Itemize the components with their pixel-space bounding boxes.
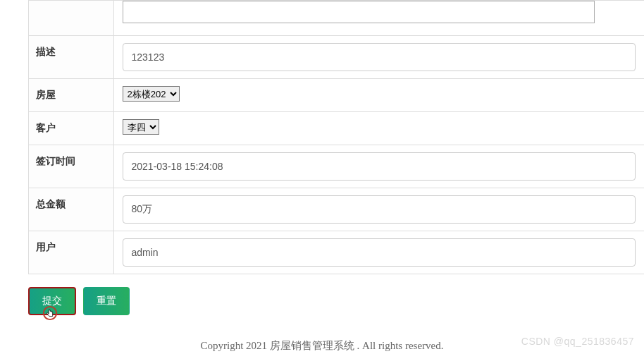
label-total-amount: 总金额 [29, 188, 113, 231]
description-input[interactable] [123, 43, 636, 71]
label-user: 用户 [29, 231, 113, 274]
label-sign-time: 签订时间 [29, 145, 113, 188]
label-customer: 客户 [29, 112, 113, 145]
label-top-empty [29, 1, 113, 36]
submit-button[interactable]: 提交 [28, 287, 76, 315]
user-input[interactable] [123, 238, 636, 267]
sign-time-input[interactable] [123, 152, 636, 181]
customer-select[interactable]: 李四 [123, 119, 159, 135]
top-textarea[interactable] [123, 1, 595, 23]
button-row: 提交 重置 [14, 274, 644, 328]
label-house: 房屋 [29, 79, 113, 112]
form-table: 描述 房屋 2栋楼202 客户 李四 [29, 0, 644, 274]
reset-button[interactable]: 重置 [83, 287, 130, 315]
watermark-text: CSDN @qq_251836457 [521, 336, 634, 347]
total-amount-input[interactable] [123, 195, 636, 224]
label-description: 描述 [29, 36, 113, 79]
house-select[interactable]: 2栋楼202 [123, 86, 180, 102]
